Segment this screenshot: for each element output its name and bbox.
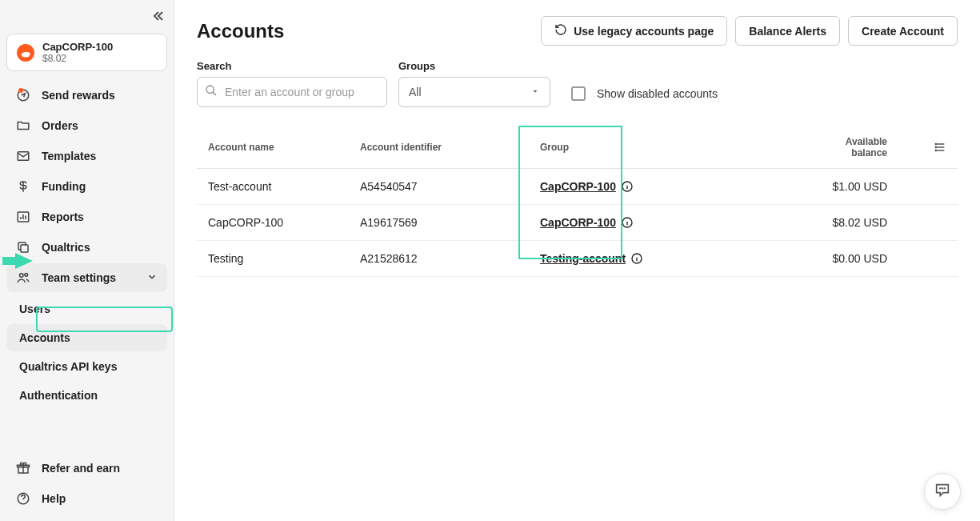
- legacy-accounts-button[interactable]: Use legacy accounts page: [541, 16, 727, 46]
- chat-fab[interactable]: [924, 473, 961, 510]
- page-title: Accounts: [197, 20, 284, 42]
- group-link[interactable]: CapCORP-100: [540, 216, 634, 229]
- chart-icon: [16, 210, 30, 224]
- show-disabled-checkbox[interactable]: [571, 86, 586, 101]
- column-settings-icon[interactable]: [927, 141, 946, 154]
- nav-label: Orders: [42, 119, 78, 132]
- groups-label: Groups: [398, 60, 550, 72]
- svg-point-16: [944, 488, 945, 489]
- nav-label: Team settings: [42, 271, 116, 284]
- search-input[interactable]: [197, 77, 387, 107]
- org-balance: $8.02: [42, 53, 113, 64]
- cell-group: Testing-account: [540, 252, 808, 265]
- svg-point-14: [940, 488, 941, 489]
- chat-icon: [934, 481, 951, 502]
- balance-alerts-button[interactable]: Balance Alerts: [735, 16, 840, 46]
- subnav-api-keys[interactable]: Qualtrics API keys: [6, 353, 167, 380]
- nav-label: Templates: [42, 150, 96, 162]
- subnav-users[interactable]: Users: [6, 295, 167, 323]
- chevron-down-icon: [530, 86, 540, 98]
- pointer-arrow-icon: [2, 251, 33, 274]
- cell-balance: $8.02 USD: [808, 216, 927, 229]
- org-logo-icon: [17, 44, 34, 62]
- cell-identifier: A19617569: [360, 216, 540, 229]
- subnav-accounts[interactable]: Accounts: [6, 324, 167, 351]
- create-account-button[interactable]: Create Account: [848, 16, 958, 46]
- info-icon: [621, 216, 634, 229]
- group-link[interactable]: CapCORP-100: [540, 180, 634, 193]
- search-label: Search: [197, 60, 387, 72]
- dollar-icon: [16, 179, 30, 194]
- org-selector[interactable]: CapCORP-100 $8.02: [6, 34, 167, 71]
- cell-group: CapCORP-100: [540, 216, 808, 229]
- nav-label: Reports: [42, 210, 84, 223]
- cell-name: Testing: [208, 252, 360, 265]
- nav-send-rewards[interactable]: Send rewards: [6, 81, 167, 110]
- svg-point-1: [18, 88, 23, 93]
- cell-group: CapCORP-100: [540, 180, 808, 193]
- groups-dropdown[interactable]: All: [398, 77, 550, 107]
- nav-help[interactable]: Help: [6, 484, 167, 513]
- nav-label: Refer and earn: [42, 462, 120, 475]
- cell-name: CapCORP-100: [208, 216, 360, 229]
- cell-name: Test-account: [208, 180, 360, 193]
- nav-templates[interactable]: Templates: [6, 142, 167, 170]
- accounts-table: Account name Account identifier Group Av…: [197, 136, 958, 277]
- svg-point-15: [942, 488, 943, 489]
- folder-icon: [16, 118, 30, 133]
- org-name: CapCORP-100: [42, 41, 113, 53]
- table-row[interactable]: CapCORP-100 A19617569 CapCORP-100 $8.02 …: [197, 205, 958, 241]
- cell-identifier: A21528612: [360, 252, 540, 265]
- table-row[interactable]: Test-account A54540547 CapCORP-100 $1.00…: [197, 169, 958, 205]
- show-disabled-label: Show disabled accounts: [597, 87, 718, 100]
- col-header-id: Account identifier: [360, 142, 540, 153]
- svg-point-5: [20, 274, 24, 278]
- nav-funding[interactable]: Funding: [6, 172, 167, 201]
- subnav-authentication[interactable]: Authentication: [6, 382, 167, 409]
- nav-label: Funding: [42, 180, 86, 193]
- mail-icon: [16, 149, 30, 163]
- group-link[interactable]: Testing-account: [540, 252, 643, 265]
- nav-reports[interactable]: Reports: [6, 202, 167, 231]
- nav-orders[interactable]: Orders: [6, 111, 167, 140]
- col-header-balance: Available balance: [808, 136, 927, 158]
- col-header-group: Group: [540, 142, 808, 153]
- send-rewards-icon: [16, 88, 30, 102]
- svg-point-10: [206, 86, 214, 93]
- cell-balance: $0.00 USD: [808, 252, 927, 265]
- col-header-name: Account name: [208, 142, 360, 153]
- nav-label: Send rewards: [42, 89, 115, 102]
- collapse-sidebar-icon[interactable]: [151, 10, 164, 26]
- info-icon: [621, 180, 634, 193]
- undo-icon: [554, 23, 567, 38]
- gift-icon: [16, 461, 30, 475]
- main-content: Accounts Use legacy accounts page Balanc…: [174, 0, 980, 521]
- nav-refer[interactable]: Refer and earn: [6, 454, 167, 483]
- nav-label: Help: [42, 492, 66, 505]
- help-icon: [16, 491, 30, 506]
- nav-label: Qualtrics: [42, 241, 90, 254]
- search-icon: [205, 84, 218, 100]
- table-row[interactable]: Testing A21528612 Testing-account $0.00 …: [197, 241, 958, 277]
- cell-balance: $1.00 USD: [808, 180, 927, 193]
- cell-identifier: A54540547: [360, 180, 540, 193]
- info-icon: [630, 252, 643, 265]
- chevron-down-icon: [146, 271, 158, 285]
